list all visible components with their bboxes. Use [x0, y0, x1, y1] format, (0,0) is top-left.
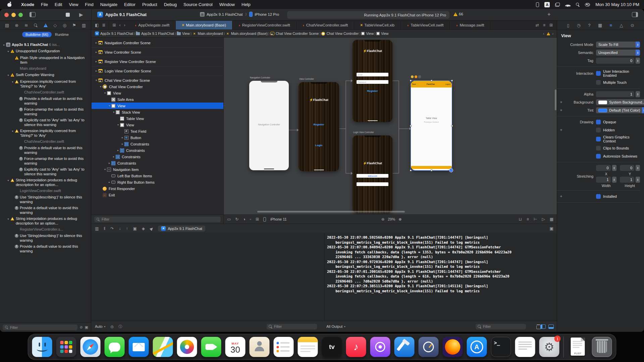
tab-tableviewcell-xib[interactable]: ×TableViewCell.xib — [354, 21, 401, 29]
dock-contacts-icon[interactable] — [250, 337, 270, 357]
breadcrumb-chat-view-controller-scene[interactable]: Chat View Controller Scene — [270, 32, 319, 36]
issue-row[interactable]: Main.storyboard — [0, 66, 91, 72]
menu-xcode[interactable]: Xcode — [18, 2, 38, 7]
history-inspector-icon[interactable]: ◷ — [577, 23, 581, 28]
menu-find[interactable]: Find — [82, 2, 97, 7]
issue-row[interactable]: ! Provide a default value to avoid this … — [0, 96, 91, 107]
run-button[interactable]: ▶ — [79, 12, 83, 18]
step-into-icon[interactable]: ↓ — [119, 226, 121, 231]
variables-filter-input[interactable]: Filter — [267, 324, 317, 329]
outline-row-view[interactable]: ▾View — [92, 90, 223, 96]
zoom-in-icon[interactable]: ⊕ — [398, 217, 401, 222]
email-field[interactable]: Email — [357, 73, 388, 76]
exit-icon[interactable] — [418, 75, 421, 78]
dock-facetime-icon[interactable] — [201, 337, 221, 357]
outline-row-exit[interactable]: ←Exit — [92, 192, 223, 198]
activity-viewer[interactable]: Running App3x 9.1 FlashChat on iPhone 12… — [287, 11, 449, 19]
tag-field[interactable]: 0 — [596, 58, 634, 64]
stretching-x-stepper[interactable]: ▲▼ — [612, 165, 616, 171]
outline-row-navigation-item[interactable]: ▾‹Navigation Item — [92, 166, 223, 173]
outline-row-view-controller-scene[interactable]: ▸View Controller Scene — [92, 49, 223, 57]
file-inspector-icon[interactable]: ▯ — [567, 23, 569, 28]
password-field[interactable] — [357, 182, 388, 186]
dock-xcode-icon[interactable] — [394, 337, 415, 357]
canvas-horizontal-scrollbar[interactable] — [224, 211, 557, 213]
add-variation-icon[interactable]: + — [559, 194, 563, 199]
logout-button[interactable]: Logout — [445, 83, 450, 85]
issue-row[interactable]: ! Use 'String(describing:)' to silence t… — [0, 233, 91, 244]
installed-checkbox[interactable] — [596, 194, 601, 199]
clears-graphics-context-checkbox[interactable] — [596, 137, 601, 141]
navigator-filter-input[interactable]: Filter — [3, 324, 77, 330]
dock-firefox-icon[interactable] — [443, 337, 463, 357]
add-button[interactable]: + — [547, 11, 550, 17]
menu-debug[interactable]: Debug — [161, 2, 180, 7]
issue-row[interactable]: ChatViewController.swift — [0, 139, 91, 145]
source-control-navigator-icon[interactable]: ⊗ — [14, 22, 20, 28]
issue-row[interactable]: ! Provide a default value to avoid this … — [0, 145, 91, 156]
connections-inspector-icon[interactable]: ⊙ — [631, 23, 634, 28]
stop-button[interactable] — [66, 13, 70, 17]
issue-row[interactable]: ▾ Unsupported Configuration — [0, 48, 91, 55]
flatten-icon[interactable]: ◎ — [111, 324, 114, 329]
register-view-controller-scene[interactable]: ⚡FlashChat Email Password Register — [353, 40, 392, 122]
stretching-width-field[interactable]: 1 — [596, 177, 611, 183]
dock-maps-icon[interactable] — [153, 337, 173, 357]
dock-tv-icon[interactable]: tv — [322, 337, 342, 357]
back-button[interactable]: Back — [412, 83, 416, 85]
clips-to-bounds-checkbox[interactable] — [596, 146, 601, 150]
outline-row-login-view-controller-scene[interactable]: ▸Login View Controller Scene — [92, 68, 223, 76]
menu-file[interactable]: File — [38, 2, 51, 7]
issue-row[interactable]: ▾ Expression implicitly coerced from 'St… — [0, 128, 91, 139]
zoom-level[interactable]: 29% — [388, 217, 395, 221]
dock-safari-icon[interactable] — [80, 337, 101, 357]
outline-row-navigation-controller-scene[interactable]: ▸Navigation Controller Scene — [92, 40, 223, 48]
register-button[interactable]: Register — [353, 89, 392, 93]
navigator-toggle-icon[interactable] — [30, 12, 36, 17]
dock-plist-icon[interactable]: PLIST — [568, 337, 588, 357]
control-center-icon[interactable] — [585, 3, 590, 6]
issue-row[interactable]: ▾ String interpolation produces a debug … — [0, 216, 91, 227]
stretching-y-field[interactable]: 0 — [620, 165, 635, 171]
outline-row-table-view[interactable]: Table View — [92, 115, 223, 122]
issue-row[interactable]: ! Provide a default value to avoid this … — [0, 205, 91, 216]
editor-options-icon[interactable]: ≡ — [543, 23, 545, 27]
process-badge[interactable]: A App3x 9.1 FlashChat — [158, 226, 205, 232]
dock-launchpad-icon[interactable] — [56, 337, 76, 357]
issue-count-badge[interactable]: 66 — [453, 12, 463, 16]
outline-row-constraints[interactable]: ▸Constraints — [92, 147, 223, 154]
identity-inspector-icon[interactable]: ▦ — [598, 23, 602, 28]
outline-row-text-field[interactable]: FText Field — [92, 128, 223, 134]
spotlight-icon[interactable] — [576, 3, 580, 6]
clear-console-icon[interactable] — [536, 324, 540, 329]
zoom-window-button[interactable] — [18, 13, 23, 17]
minimize-window-button[interactable] — [11, 13, 16, 17]
canvas-vertical-scrollbar[interactable] — [555, 89, 556, 110]
pin-icon[interactable]: ⊢ — [534, 217, 537, 222]
appearance-icon[interactable]: ◑ — [243, 217, 245, 222]
outline-row-right-bar-button-items[interactable]: ▸Right Bar Button Items — [92, 179, 223, 185]
scene-title[interactable]: Login View Controller — [353, 131, 375, 134]
user-interaction-checkbox[interactable] — [596, 71, 601, 76]
outline-row-safe-area[interactable]: Safe Area — [92, 96, 223, 103]
variables-pane-toggle-icon[interactable] — [540, 324, 546, 329]
wifi-icon[interactable] — [565, 3, 571, 7]
menu-navigate[interactable]: Navigate — [97, 2, 121, 7]
register-button[interactable]: Register — [299, 123, 339, 126]
menu-editor[interactable]: Editor — [121, 2, 139, 7]
dock-finder-icon[interactable] — [32, 337, 52, 357]
storyboard-canvas[interactable]: Navigation Controller View Controller Lo… — [224, 38, 557, 215]
console-pane-icon[interactable]: ▣ — [549, 226, 553, 231]
add-editor-icon[interactable]: ⊞ — [549, 23, 553, 27]
outline-row-button[interactable]: ▸BButton — [92, 134, 223, 141]
console-output[interactable]: 2022-05-30 22:07:00.592568+0200 App3x 9.… — [324, 233, 557, 321]
debug-navigator-icon[interactable]: ◎ — [62, 22, 68, 28]
back-icon[interactable]: ‹ — [119, 23, 120, 27]
dock-instruments-icon[interactable] — [419, 337, 439, 357]
test-navigator-icon[interactable]: ◇ — [52, 22, 58, 28]
scene-title[interactable]: Navigation Controller — [249, 76, 271, 79]
issue-row[interactable]: ! Force-unwrap the value to avoid this w… — [0, 156, 91, 167]
breadcrumb-app3x-9-1-flashchat[interactable]: App3x 9.1 FlashChat — [136, 32, 174, 36]
step-out-icon[interactable]: ↑ — [126, 226, 128, 231]
tint-dropdown[interactable]: Default (Tint Color)▲▼ — [596, 107, 644, 113]
